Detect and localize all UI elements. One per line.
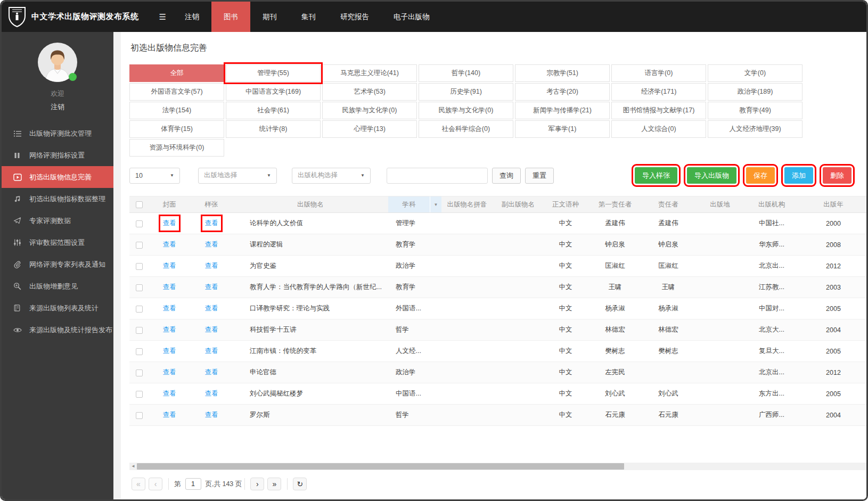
cover-view-link[interactable]: 查看 (163, 368, 176, 377)
category-button-6[interactable]: 文学(0) (708, 64, 803, 82)
category-button-22[interactable]: 统计学(8) (226, 120, 321, 138)
category-button-7[interactable]: 外国语言文学(57) (129, 83, 224, 101)
nav-item-4[interactable]: 研究报告 (328, 2, 381, 32)
category-button-21[interactable]: 体育学(15) (129, 120, 224, 138)
category-button-0[interactable]: 全部 (129, 64, 224, 82)
sidebar-item-4[interactable]: 专家评测数据 (2, 210, 113, 232)
category-button-25[interactable]: 军事学(1) (515, 120, 610, 138)
row-checkbox[interactable] (136, 220, 143, 227)
nav-item-1[interactable]: 图书 (211, 2, 250, 32)
sidebar-item-7[interactable]: 出版物增删意见 (2, 275, 113, 297)
publish-place-select[interactable]: 出版地选择 ▼ (198, 168, 277, 184)
row-checkbox[interactable] (136, 306, 143, 313)
category-button-13[interactable]: 政治学(189) (708, 83, 803, 101)
nav-item-2[interactable]: 期刊 (250, 2, 289, 32)
horizontal-scrollbar[interactable]: ◄ (129, 463, 868, 470)
cover-view-link[interactable]: 查看 (163, 261, 176, 270)
category-button-17[interactable]: 民族学与文化学(0) (419, 102, 513, 119)
category-button-8[interactable]: 中国语言文学(169) (226, 83, 321, 101)
row-checkbox[interactable] (136, 263, 143, 270)
sidebar-item-2[interactable]: 初选出版物信息完善 (2, 166, 113, 188)
sample-view-link[interactable]: 查看 (205, 410, 218, 420)
row-checkbox[interactable] (136, 348, 143, 355)
vertical-scroll-strip[interactable] (113, 32, 121, 499)
sidebar-item-0[interactable]: 出版物评测批次管理 (2, 122, 113, 144)
sample-view-link[interactable]: 查看 (205, 219, 218, 228)
category-button-23[interactable]: 心理学(13) (322, 120, 417, 138)
nav-item-0[interactable]: 注销 (173, 2, 211, 32)
category-button-10[interactable]: 历史学(91) (419, 83, 513, 101)
sidebar-item-3[interactable]: 初选出版物指标数据整理 (2, 188, 113, 210)
sidebar-logout-link[interactable]: 注销 (2, 102, 113, 112)
action-button-3[interactable]: 添加 (784, 167, 813, 184)
cover-view-link[interactable]: 查看 (163, 283, 176, 292)
nav-item-3[interactable]: 集刊 (289, 2, 328, 32)
sample-view-link[interactable]: 查看 (205, 389, 218, 398)
publisher-org-select[interactable]: 出版机构选择 ▼ (292, 168, 371, 184)
category-button-2[interactable]: 马克思主义理论(41) (322, 64, 417, 82)
sample-view-link[interactable]: 查看 (205, 261, 218, 270)
reset-button[interactable]: 重置 (525, 168, 554, 184)
category-button-3[interactable]: 哲学(140) (419, 64, 513, 82)
cover-view-link[interactable]: 查看 (163, 410, 176, 420)
category-button-12[interactable]: 经济学(171) (611, 83, 706, 101)
action-button-2[interactable]: 保存 (746, 167, 775, 184)
row-checkbox[interactable] (136, 369, 143, 376)
sample-view-link[interactable]: 查看 (205, 240, 218, 249)
row-checkbox[interactable] (136, 412, 143, 419)
last-page-button[interactable]: » (267, 478, 281, 490)
category-button-9[interactable]: 艺术学(53) (322, 83, 417, 101)
category-button-15[interactable]: 社会学(61) (226, 102, 321, 119)
nav-item-5[interactable]: 电子出版物 (381, 2, 442, 32)
select-all-checkbox[interactable] (136, 201, 143, 208)
category-button-1[interactable]: 管理学(55) (226, 64, 321, 82)
next-page-button[interactable]: › (250, 478, 264, 490)
row-checkbox[interactable] (136, 242, 143, 249)
category-button-18[interactable]: 新闻学与传播学(21) (515, 102, 610, 119)
refresh-button[interactable]: ↻ (293, 478, 307, 490)
sidebar-item-9[interactable]: 来源出版物及统计报告发布 (2, 319, 113, 341)
action-button-1[interactable]: 导入出版物 (687, 167, 736, 184)
sidebar-item-8[interactable]: 来源出版物列表及统计 (2, 297, 113, 319)
cover-view-link[interactable]: 查看 (163, 240, 176, 249)
prev-page-button[interactable]: ‹ (149, 478, 162, 490)
sidebar-item-5[interactable]: 评审数据范围设置 (2, 232, 113, 253)
row-checkbox[interactable] (136, 327, 143, 334)
sample-view-link[interactable]: 查看 (205, 368, 218, 377)
category-button-27[interactable]: 人文经济地理(39) (708, 120, 803, 138)
cover-view-link[interactable]: 查看 (163, 325, 176, 334)
category-button-4[interactable]: 宗教学(51) (515, 64, 610, 82)
category-button-26[interactable]: 人文综合(0) (611, 120, 706, 138)
sidebar-item-6[interactable]: 网络评测专家列表及通知 (2, 253, 113, 275)
category-button-28[interactable]: 资源与环境科学(0) (129, 139, 224, 157)
cover-view-link[interactable]: 查看 (163, 389, 176, 398)
sidebar-item-1[interactable]: 网络评测指标设置 (2, 144, 113, 166)
category-button-16[interactable]: 民族学与文化学(0) (322, 102, 417, 119)
row-checkbox[interactable] (136, 391, 143, 398)
cover-view-link[interactable]: 查看 (163, 347, 176, 356)
category-button-5[interactable]: 语言学(0) (611, 64, 706, 82)
sample-view-link[interactable]: 查看 (205, 304, 218, 313)
category-button-20[interactable]: 教育学(49) (708, 102, 803, 119)
subject-filter-dropdown-icon[interactable]: ▼ (430, 196, 441, 212)
sample-view-link[interactable]: 查看 (205, 325, 218, 334)
scroll-left-icon[interactable]: ◄ (129, 463, 137, 470)
cover-view-link[interactable]: 查看 (163, 219, 176, 228)
hamburger-icon[interactable]: ☰ (159, 12, 166, 22)
query-button[interactable]: 查询 (492, 168, 521, 184)
row-checkbox[interactable] (136, 284, 143, 291)
sample-view-link[interactable]: 查看 (205, 347, 218, 356)
category-button-19[interactable]: 图书馆情报与文献学(17) (611, 102, 706, 119)
sample-view-link[interactable]: 查看 (205, 283, 218, 292)
category-button-24[interactable]: 社会科学综合(0) (419, 120, 513, 138)
category-button-11[interactable]: 考古学(20) (515, 83, 610, 101)
page-size-select[interactable]: 10 ▼ (129, 168, 180, 184)
action-button-0[interactable]: 导入样张 (635, 167, 677, 184)
first-page-button[interactable]: « (132, 478, 145, 490)
category-button-14[interactable]: 法学(154) (129, 102, 224, 119)
cover-view-link[interactable]: 查看 (163, 304, 176, 313)
action-button-4[interactable]: 删除 (823, 167, 851, 184)
scrollbar-thumb[interactable] (137, 463, 624, 470)
page-number-input[interactable] (185, 478, 201, 490)
search-input[interactable] (387, 168, 488, 184)
